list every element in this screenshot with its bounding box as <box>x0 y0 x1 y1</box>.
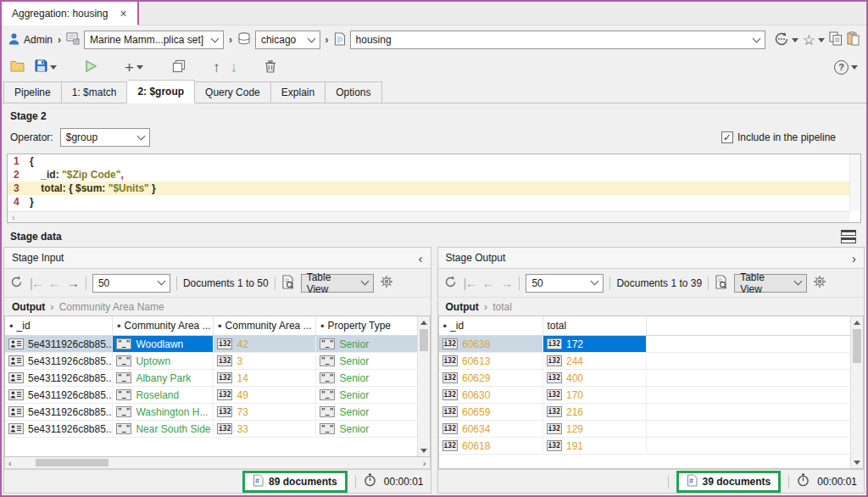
duplicate-stage-icon[interactable] <box>172 59 186 75</box>
refresh-icon[interactable] <box>9 275 24 292</box>
table-cell[interactable]: i32216 <box>543 404 647 420</box>
table-cell[interactable]: i3242 <box>214 336 316 352</box>
column-header[interactable]: •Community Area ... <box>214 316 316 335</box>
table-row[interactable]: 5e4311926c8b85..."_"Uptowni323"_"Senior <box>5 353 417 370</box>
table-cell[interactable]: "_"Washington H... <box>113 404 214 420</box>
code-line[interactable]: 4} <box>8 195 860 209</box>
page-size-selector[interactable]: 50 <box>526 274 604 293</box>
table-cell[interactable]: i32400 <box>543 370 647 386</box>
table-cell[interactable]: i3260638 <box>439 336 543 352</box>
table-cell[interactable]: i3260659 <box>439 404 543 420</box>
code-line[interactable]: 2 _id: "$Zip Code", <box>8 168 860 181</box>
table-row[interactable]: i3260613i32244 <box>439 353 851 370</box>
collection-selector[interactable]: housing <box>350 31 765 49</box>
column-header[interactable]: total <box>543 316 647 335</box>
refresh-icon[interactable] <box>443 275 458 292</box>
run-pipeline-icon[interactable] <box>84 59 97 75</box>
table-cell[interactable]: i3273 <box>214 404 316 420</box>
table-cell[interactable]: i3260634 <box>439 421 543 437</box>
view-mode-selector[interactable]: Table View <box>301 274 374 293</box>
favorites-button[interactable]: ☆ <box>803 33 825 47</box>
document-tab[interactable]: Aggregation: housing × <box>2 2 139 25</box>
view-query-icon[interactable] <box>715 275 728 292</box>
table-row[interactable]: i3260629i32400 <box>439 370 851 387</box>
operator-selector[interactable]: $group <box>60 128 150 147</box>
pipeline-tab-1-match[interactable]: 1: $match <box>62 81 128 103</box>
history-button[interactable] <box>774 31 798 49</box>
open-folder-icon[interactable] <box>10 60 25 75</box>
input-vertical-scrollbar[interactable] <box>417 316 430 456</box>
copy-button[interactable] <box>829 31 843 48</box>
table-row[interactable]: 5e4311926c8b85..."_"Roselandi3249"_"Seni… <box>5 387 417 404</box>
code-line[interactable]: 3 total: { $sum: "$Units" } <box>8 181 860 195</box>
table-cell[interactable]: i3260613 <box>439 353 543 369</box>
delete-stage-icon[interactable] <box>264 59 276 75</box>
table-row[interactable]: i3260638i32172 <box>439 336 851 353</box>
move-down-icon[interactable]: ↓ <box>231 60 238 75</box>
paste-button[interactable] <box>847 31 860 48</box>
move-up-icon[interactable]: ↑ <box>213 60 220 75</box>
table-cell[interactable]: "_"Senior <box>316 370 417 386</box>
table-cell[interactable]: 5e4311926c8b85... <box>5 387 113 403</box>
table-row[interactable]: i3260659i32216 <box>439 404 851 421</box>
table-cell[interactable]: i323 <box>214 353 316 369</box>
table-cell[interactable]: "_"Near South Side <box>113 421 214 437</box>
help-button[interactable]: ? <box>834 60 858 75</box>
table-row[interactable]: 5e4311926c8b85..."_"Woodlawni3242"_"Seni… <box>5 336 417 353</box>
table-row[interactable]: 5e4311926c8b85..."_"Near South Sidei3233… <box>5 421 417 438</box>
next-page-icon[interactable]: → <box>500 276 513 289</box>
table-cell[interactable]: "_"Woodlawn <box>113 336 214 352</box>
code-line[interactable]: 1{ <box>8 154 860 168</box>
next-page-icon[interactable]: → <box>67 276 80 289</box>
stage-output-header[interactable]: Stage Output › <box>438 248 865 269</box>
pipeline-tab-options[interactable]: Options <box>326 81 381 103</box>
table-cell[interactable]: i3233 <box>214 421 316 437</box>
previous-page-icon[interactable]: ← <box>481 276 494 289</box>
table-cell[interactable]: "_"Senior <box>316 421 417 437</box>
table-cell[interactable]: "_"Roseland <box>113 387 214 403</box>
table-cell[interactable]: "_"Senior <box>316 353 417 369</box>
column-header[interactable]: •_id <box>439 316 543 335</box>
gear-icon[interactable] <box>380 275 393 291</box>
table-cell[interactable]: "_"Senior <box>316 404 417 420</box>
first-page-icon[interactable]: |← <box>30 276 42 289</box>
pipeline-tab-pipeline[interactable]: Pipeline <box>3 81 62 103</box>
split-view-icon[interactable] <box>841 230 856 243</box>
table-cell[interactable]: i3249 <box>214 387 316 403</box>
table-cell[interactable]: "_"Senior <box>316 336 417 352</box>
table-cell[interactable]: i3260629 <box>439 370 543 386</box>
table-cell[interactable]: "_"Uptown <box>113 353 214 369</box>
table-cell[interactable]: i3260630 <box>439 387 543 403</box>
collapse-left-icon[interactable]: ‹ <box>419 252 423 265</box>
table-cell[interactable]: 5e4311926c8b85... <box>5 353 113 369</box>
gear-icon[interactable] <box>813 275 826 291</box>
input-horizontal-scrollbar[interactable]: ‹› <box>4 457 431 469</box>
pipeline-tab-query-code[interactable]: Query Code <box>195 81 271 103</box>
table-cell[interactable]: i32191 <box>543 438 647 454</box>
page-size-selector[interactable]: 50 <box>92 274 170 293</box>
pipeline-tab-explain[interactable]: Explain <box>271 81 326 103</box>
table-row[interactable]: i3260618i32191 <box>439 438 851 455</box>
table-cell[interactable]: "_"Albany Park <box>113 370 214 386</box>
close-tab-icon[interactable]: × <box>120 8 126 20</box>
first-page-icon[interactable]: |← <box>464 276 476 289</box>
add-stage-button[interactable]: + <box>125 59 143 75</box>
table-cell[interactable]: i3214 <box>214 370 316 386</box>
include-in-pipeline[interactable]: ✓ Include in the pipeline <box>721 131 836 143</box>
table-row[interactable]: 5e4311926c8b85..."_"Washington H...i3273… <box>5 404 417 421</box>
view-query-icon[interactable] <box>281 275 295 292</box>
table-cell[interactable]: 5e4311926c8b85... <box>5 370 113 386</box>
table-cell[interactable]: i32244 <box>543 353 647 369</box>
table-cell[interactable]: i32129 <box>543 421 647 437</box>
table-cell[interactable]: 5e4311926c8b85... <box>5 336 113 352</box>
view-mode-selector[interactable]: Table View <box>734 274 807 293</box>
pipeline-tab-2-group[interactable]: 2: $group <box>127 80 195 103</box>
column-header[interactable]: •Community Area ... <box>113 316 214 335</box>
table-cell[interactable]: i3260618 <box>439 438 543 454</box>
save-button[interactable] <box>35 59 57 75</box>
table-cell[interactable]: "_"Senior <box>316 387 417 403</box>
table-row[interactable]: 5e4311926c8b85..."_"Albany Parki3214"_"S… <box>5 370 417 387</box>
table-cell[interactable]: 5e4311926c8b85... <box>5 421 113 437</box>
stage-code-editor[interactable]: 1{2 _id: "$Zip Code",3 total: { $sum: "$… <box>7 154 861 223</box>
editor-vertical-scrollbar[interactable] <box>849 154 860 211</box>
